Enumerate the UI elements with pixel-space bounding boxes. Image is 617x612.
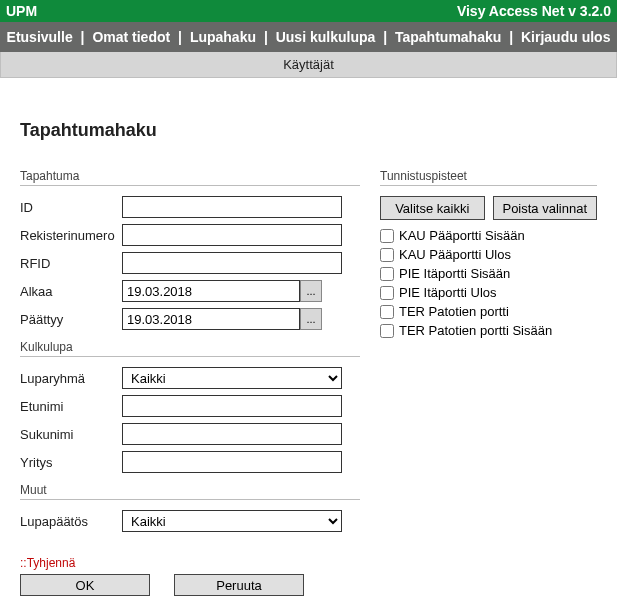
point-label-3: PIE Itäportti Ulos (399, 285, 497, 300)
clear-all-button[interactable]: Poista valinnat (493, 196, 598, 220)
point-row-3: PIE Itäportti Ulos (380, 285, 597, 300)
label-rekisterinumero: Rekisterinumero (20, 228, 122, 243)
point-row-5: TER Patotien portti Sisään (380, 323, 597, 338)
section-tunnistuspisteet: Tunnistuspisteet (380, 169, 597, 186)
nav-tapahtumahaku[interactable]: Tapahtumahaku (395, 29, 501, 45)
select-luparyhma[interactable]: Kaikki (122, 367, 342, 389)
field-paattyy: Päättyy ... (20, 308, 360, 330)
label-yritys: Yritys (20, 455, 122, 470)
input-paattyy[interactable] (122, 308, 300, 330)
datepicker-paattyy-button[interactable]: ... (300, 308, 322, 330)
label-luparyhma: Luparyhmä (20, 371, 122, 386)
nav-kirjaudu-ulos[interactable]: Kirjaudu ulos (521, 29, 610, 45)
field-alkaa: Alkaa ... (20, 280, 360, 302)
point-checkbox-4[interactable] (380, 305, 394, 319)
select-all-button[interactable]: Valitse kaikki (380, 196, 485, 220)
point-label-0: KAU Pääportti Sisään (399, 228, 525, 243)
input-etunimi[interactable] (122, 395, 342, 417)
select-lupapaatos[interactable]: Kaikki (122, 510, 342, 532)
label-lupapaatos: Lupapäätös (20, 514, 122, 529)
field-luparyhma: Luparyhmä Kaikki (20, 367, 360, 389)
nav-sep: | (81, 29, 85, 45)
label-id: ID (20, 200, 122, 215)
app-name: UPM (6, 3, 37, 19)
label-sukunimi: Sukunimi (20, 427, 122, 442)
point-row-4: TER Patotien portti (380, 304, 597, 319)
input-rekisterinumero[interactable] (122, 224, 342, 246)
section-muut: Muut (20, 483, 360, 500)
section-kulkulupa: Kulkulupa (20, 340, 360, 357)
input-rfid[interactable] (122, 252, 342, 274)
input-sukunimi[interactable] (122, 423, 342, 445)
point-checkbox-0[interactable] (380, 229, 394, 243)
field-yritys: Yritys (20, 451, 360, 473)
section-tapahtuma: Tapahtuma (20, 169, 360, 186)
point-checkbox-5[interactable] (380, 324, 394, 338)
field-lupapaatos: Lupapäätös Kaikki (20, 510, 360, 532)
input-yritys[interactable] (122, 451, 342, 473)
point-row-1: KAU Pääportti Ulos (380, 247, 597, 262)
page-title: Tapahtumahaku (20, 120, 597, 141)
field-etunimi: Etunimi (20, 395, 360, 417)
nav-sep: | (383, 29, 387, 45)
nav-omat-tiedot[interactable]: Omat tiedot (92, 29, 170, 45)
app-version: Visy Access Net v 3.2.0 (457, 3, 611, 19)
datepicker-alkaa-button[interactable]: ... (300, 280, 322, 302)
subbar: Käyttäjät (0, 52, 617, 78)
label-alkaa: Alkaa (20, 284, 122, 299)
field-sukunimi: Sukunimi (20, 423, 360, 445)
label-paattyy: Päättyy (20, 312, 122, 327)
point-label-1: KAU Pääportti Ulos (399, 247, 511, 262)
content: Tapahtumahaku Tapahtuma ID Rekisterinume… (0, 78, 617, 612)
titlebar: UPM Visy Access Net v 3.2.0 (0, 0, 617, 22)
field-id: ID (20, 196, 360, 218)
cancel-button[interactable]: Peruuta (174, 574, 304, 596)
clear-link[interactable]: ::Tyhjennä (20, 556, 75, 570)
subbar-label: Käyttäjät (283, 57, 334, 72)
point-label-2: PIE Itäportti Sisään (399, 266, 510, 281)
input-alkaa[interactable] (122, 280, 300, 302)
nav-sep: | (509, 29, 513, 45)
nav-sep: | (264, 29, 268, 45)
ok-button[interactable]: OK (20, 574, 150, 596)
input-id[interactable] (122, 196, 342, 218)
field-rfid: RFID (20, 252, 360, 274)
nav-uusi-kulkulupa[interactable]: Uusi kulkulupa (276, 29, 376, 45)
point-checkbox-1[interactable] (380, 248, 394, 262)
point-row-0: KAU Pääportti Sisään (380, 228, 597, 243)
label-etunimi: Etunimi (20, 399, 122, 414)
navbar: Etusivulle | Omat tiedot | Lupahaku | Uu… (0, 22, 617, 52)
point-label-5: TER Patotien portti Sisään (399, 323, 552, 338)
point-checkbox-3[interactable] (380, 286, 394, 300)
nav-sep: | (178, 29, 182, 45)
nav-lupahaku[interactable]: Lupahaku (190, 29, 256, 45)
nav-etusivulle[interactable]: Etusivulle (7, 29, 73, 45)
point-row-2: PIE Itäportti Sisään (380, 266, 597, 281)
label-rfid: RFID (20, 256, 122, 271)
field-rekisterinumero: Rekisterinumero (20, 224, 360, 246)
point-checkbox-2[interactable] (380, 267, 394, 281)
point-label-4: TER Patotien portti (399, 304, 509, 319)
